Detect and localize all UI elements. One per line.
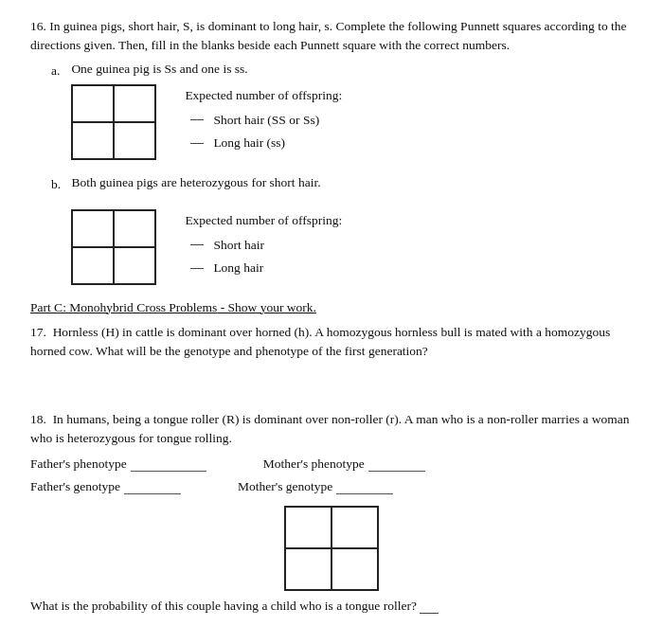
- mother-genotype-item: Mother's genotype: [238, 479, 393, 494]
- part-a-label: a.: [51, 63, 68, 79]
- cell-b3: [72, 247, 114, 284]
- cell-a1: [72, 85, 114, 122]
- father-genotype-blank: [124, 479, 181, 494]
- mother-phenotype-item: Mother's phenotype: [263, 456, 425, 472]
- phenotype-row: Father's phenotype Mother's phenotype: [30, 456, 633, 472]
- cell-b2: [114, 210, 155, 247]
- q17-answer-space: [30, 367, 633, 401]
- blank-b1: [190, 244, 204, 245]
- punnett-square-a: [71, 84, 156, 160]
- mother-phenotype-blank: [368, 456, 425, 472]
- genotype-row: Father's genotype Mother's genotype: [30, 479, 633, 494]
- cell-b4: [114, 247, 155, 284]
- part-a-content: One guinea pig is Ss and one is ss. Expe…: [71, 62, 630, 166]
- q16-part-b: b. Both guinea pigs are heterozygous for…: [51, 175, 633, 291]
- expected-block-b: Expected number of offspring: Short hair…: [185, 209, 342, 280]
- cell-18-4: [332, 548, 378, 590]
- q18-body: In humans, being a tongue roller (R) is …: [30, 412, 629, 445]
- part-c-title: Part C: Monohybrid Cross Problems: [30, 300, 217, 314]
- cell-18-3: [285, 548, 332, 590]
- q18-number: 18.: [30, 412, 46, 426]
- expected-line-b2: Long hair: [190, 257, 342, 279]
- expected-title-b: Expected number of offspring:: [185, 209, 342, 232]
- punnett-square-18: [284, 506, 379, 591]
- line2-text-a: Long hair (ss): [213, 132, 285, 154]
- father-genotype-item: Father's genotype: [30, 479, 181, 494]
- q17-text: 17. Hornless (H) in cattle is dominant o…: [30, 323, 633, 362]
- mother-phenotype-label: Mother's phenotype: [263, 456, 365, 472]
- question-16: 16. In guinea pigs, short hair, S, is do…: [30, 17, 633, 291]
- part-b-content: Both guinea pigs are heterozygous for sh…: [71, 175, 630, 291]
- line1-text-b: Short hair: [213, 234, 264, 257]
- line1-text-a: Short hair (SS or Ss): [213, 109, 319, 132]
- cell-18-1: [285, 507, 332, 548]
- father-phenotype-blank: [131, 456, 206, 472]
- punnett-area-a: Expected number of offspring: Short hair…: [71, 84, 630, 160]
- mother-genotype-blank: [336, 479, 393, 494]
- probability-line: What is the probability of this couple h…: [30, 599, 633, 614]
- q16-part-a: a. One guinea pig is Ss and one is ss. E…: [51, 62, 633, 166]
- probability-blank: [420, 613, 439, 614]
- expected-line-a2: Long hair (ss): [190, 132, 342, 154]
- cell-a3: [72, 122, 114, 159]
- part-b-label: b.: [51, 177, 68, 192]
- punnett-center-18: [30, 506, 633, 591]
- father-phenotype-item: Father's phenotype: [30, 456, 206, 472]
- punnett-area-b: Expected number of offspring: Short hair…: [71, 209, 630, 285]
- expected-line-a1: Short hair (SS or Ss): [190, 109, 342, 132]
- part-b-text: Both guinea pigs are heterozygous for sh…: [71, 175, 320, 189]
- blank-a2: [190, 143, 204, 144]
- part-c-heading: Part C: Monohybrid Cross Problems - Show…: [30, 300, 633, 315]
- mother-genotype-label: Mother's genotype: [238, 479, 332, 494]
- q16-text: 16. In guinea pigs, short hair, S, is do…: [30, 17, 633, 56]
- father-phenotype-label: Father's phenotype: [30, 456, 127, 472]
- blank-b2: [190, 268, 204, 269]
- question-17: 17. Hornless (H) in cattle is dominant o…: [30, 323, 633, 402]
- cell-18-2: [332, 507, 378, 548]
- cell-a4: [114, 122, 155, 159]
- expected-block-a: Expected number of offspring: Short hair…: [185, 84, 342, 155]
- q18-text: 18. In humans, being a tongue roller (R)…: [30, 410, 633, 449]
- q17-number: 17.: [30, 325, 46, 339]
- expected-line-b1: Short hair: [190, 234, 342, 257]
- father-genotype-label: Father's genotype: [30, 479, 120, 494]
- question-18: 18. In humans, being a tongue roller (R)…: [30, 410, 633, 614]
- line2-text-b: Long hair: [213, 257, 263, 279]
- q17-body: Hornless (H) in cattle is dominant over …: [30, 325, 610, 358]
- probability-text: What is the probability of this couple h…: [30, 599, 417, 613]
- punnett-square-b: [71, 209, 156, 285]
- expected-title-a: Expected number of offspring:: [185, 84, 342, 107]
- part-c-show-work: - Show your work.: [217, 300, 316, 314]
- blank-a1: [190, 119, 204, 120]
- part-a-text: One guinea pig is Ss and one is ss.: [71, 62, 247, 76]
- cell-b1: [72, 210, 114, 247]
- cell-a2: [114, 85, 155, 122]
